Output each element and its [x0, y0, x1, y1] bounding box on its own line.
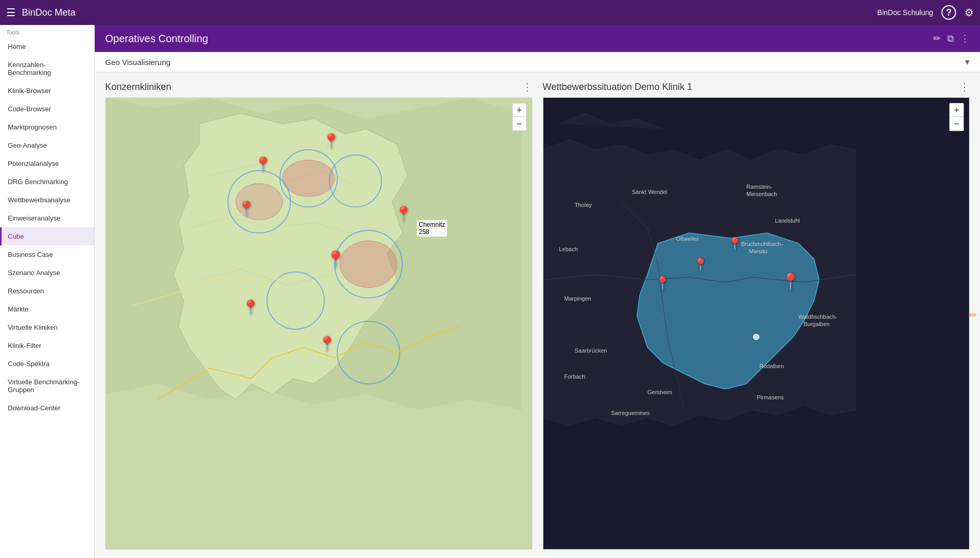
- copy-icon[interactable]: ⧉: [947, 33, 954, 44]
- visualization-dropdown[interactable]: Geo Visualisierung: [105, 58, 965, 67]
- right-dot-blue: [753, 334, 759, 340]
- right-map-title-row: Wettbewerbssituation Demo Klinik 1 ⋮: [543, 81, 970, 93]
- left-map-title: Konzernkliniken: [105, 82, 522, 93]
- pin-7: 📍: [318, 335, 336, 353]
- svg-point-1: [283, 160, 335, 197]
- edit-icon[interactable]: ✏: [933, 33, 941, 44]
- sidebar-item-geo-analyse[interactable]: Geo-Analyse: [0, 136, 94, 154]
- maps-container: Konzernkliniken ⋮: [95, 72, 980, 558]
- sidebar-item-home[interactable]: Home: [0, 37, 94, 56]
- svg-point-3: [340, 241, 397, 288]
- page-title: Operatives Controlling: [105, 33, 933, 45]
- svg-text:Landstuhl: Landstuhl: [775, 217, 800, 224]
- sidebar-item-drg-benchmarking[interactable]: DRG Benchmarking: [0, 173, 94, 191]
- sidebar-item-marktprognosen[interactable]: Marktprognosen: [0, 118, 94, 136]
- right-map-panel: Wettbewerbssituation Demo Klinik 1 ⋮: [543, 81, 970, 550]
- sidebar: Tools HomeKennzahlen-BenchmarkingKlinik-…: [0, 25, 95, 558]
- sidebar-item-ressourcen[interactable]: Ressourcen: [0, 282, 94, 300]
- right-pin-blue-3: 📍: [655, 276, 670, 290]
- sidebar-item-klinik-filter[interactable]: Klinik-Filter: [0, 336, 94, 355]
- sidebar-item-virtuelle-benchmarking-gruppen[interactable]: Virtuelle Benchmarking-Gruppen: [0, 373, 94, 399]
- sidebar-item-einweiseranalyse[interactable]: Einweiseranalyse: [0, 209, 94, 227]
- sidebar-item-code-browser[interactable]: Code-Browser: [0, 100, 94, 118]
- right-pin-blue-2: 📍: [693, 257, 708, 272]
- left-map-svg: [106, 98, 532, 549]
- svg-text:Miesenbach: Miesenbach: [746, 191, 777, 197]
- toolbar: Geo Visualisierung ▾: [95, 52, 980, 72]
- dropdown-arrow-icon: ▾: [965, 56, 970, 68]
- help-icon[interactable]: ?: [941, 5, 956, 20]
- right-map-menu-icon[interactable]: ⋮: [959, 81, 970, 93]
- svg-text:Gersheim: Gersheim: [647, 389, 672, 395]
- svg-text:Rodalben: Rodalben: [759, 363, 784, 369]
- header-actions: ✏ ⧉ ⋮: [933, 33, 970, 44]
- svg-text:Sarreguemines: Sarreguemines: [611, 410, 650, 416]
- sidebar-item-klinik-browser[interactable]: Klinik-Browser: [0, 82, 94, 100]
- sidebar-item-virtuelle-kliniken[interactable]: Virtuelle Kliniken: [0, 318, 94, 336]
- right-float-actions: ✏: [969, 309, 980, 321]
- main-layout: Tools HomeKennzahlen-BenchmarkingKlinik-…: [0, 25, 980, 558]
- sidebar-item-code-spektra[interactable]: Code-Spektra: [0, 355, 94, 373]
- pin-1: 📍: [322, 133, 340, 150]
- svg-text:Burgalben: Burgalben: [804, 321, 830, 327]
- svg-text:Sankt Wendel: Sankt Wendel: [632, 189, 667, 195]
- top-header: ☰ BinDoc Meta BinDoc Schulung ? ⚙: [0, 0, 980, 25]
- svg-text:Marpingen: Marpingen: [564, 295, 591, 302]
- pin-6: 📍: [241, 299, 260, 316]
- svg-text:Saarbrücken: Saarbrücken: [575, 347, 607, 354]
- svg-text:Ramstein-: Ramstein-: [746, 184, 772, 190]
- svg-text:Forbach: Forbach: [564, 373, 585, 380]
- sidebar-item-cube[interactable]: Cube: [0, 227, 94, 245]
- left-map-wrapper[interactable]: 📍 📍 📍 📍: [105, 97, 532, 550]
- svg-text:Miesau: Miesau: [749, 248, 767, 254]
- svg-text:Bruchmühlbach-: Bruchmühlbach-: [741, 241, 783, 247]
- sidebar-item-download-center[interactable]: Download-Center: [0, 399, 94, 417]
- svg-text:Waldfischbach-: Waldfischbach-: [798, 314, 837, 320]
- sidebar-item-wettbewerbsanalyse[interactable]: Wettbewerbsanalyse: [0, 191, 94, 209]
- hamburger-icon[interactable]: ☰: [6, 6, 16, 19]
- pin-4: 📍: [394, 205, 413, 223]
- left-zoom-in-button[interactable]: +: [513, 103, 526, 117]
- page-header: Operatives Controlling ✏ ⧉ ⋮: [95, 25, 980, 52]
- user-name: BinDoc Schulung: [877, 8, 933, 17]
- header-right: BinDoc Schulung ? ⚙: [877, 5, 974, 20]
- right-pin-red: 📍: [781, 272, 800, 290]
- app-title: BinDoc Meta: [22, 7, 877, 18]
- pin-2: 📍: [254, 156, 272, 173]
- right-zoom-in-button[interactable]: +: [950, 103, 963, 117]
- left-zoom-controls: + −: [512, 103, 527, 131]
- content-area: Operatives Controlling ✏ ⧉ ⋮ Geo Visuali…: [95, 25, 980, 558]
- pin-5: 📍: [325, 250, 346, 269]
- more-vert-icon[interactable]: ⋮: [960, 33, 970, 44]
- sidebar-item-szenario-analyse[interactable]: Szenario Analyse: [0, 264, 94, 282]
- pin-3: 📍: [237, 200, 256, 217]
- right-pin-blue-1: 📍: [727, 237, 743, 251]
- right-map-wrapper[interactable]: Tholey Sankt Wendel Ramstein- Miesenbach…: [543, 97, 970, 550]
- settings-icon[interactable]: ⚙: [964, 6, 974, 19]
- left-map-title-row: Konzernkliniken ⋮: [105, 81, 532, 93]
- sidebar-item-kennzahlen-benchmarking[interactable]: Kennzahlen-Benchmarking: [0, 56, 94, 82]
- left-map-panel: Konzernkliniken ⋮: [105, 81, 532, 550]
- sidebar-item-maerkte[interactable]: Märkte: [0, 300, 94, 318]
- svg-text:Lebach: Lebach: [559, 246, 578, 252]
- chemnitz-label: Chemnitz 258: [417, 220, 448, 237]
- float-edit-icon[interactable]: ✏: [969, 309, 977, 321]
- svg-text:Ottweiler: Ottweiler: [676, 236, 699, 242]
- right-zoom-controls: + −: [949, 103, 964, 131]
- left-map-menu-icon[interactable]: ⋮: [522, 81, 532, 93]
- sidebar-item-business-case[interactable]: Business Case: [0, 245, 94, 264]
- svg-text:Pirmasens: Pirmasens: [757, 394, 784, 400]
- left-zoom-out-button[interactable]: −: [513, 117, 526, 131]
- sidebar-item-potenzialanalyse[interactable]: Potenzialanalyse: [0, 154, 94, 173]
- right-map-title: Wettbewerbssituation Demo Klinik 1: [543, 82, 960, 93]
- right-map-svg: Tholey Sankt Wendel Ramstein- Miesenbach…: [543, 98, 970, 549]
- right-zoom-out-button[interactable]: −: [950, 117, 963, 131]
- sidebar-section-label: Tools: [0, 25, 94, 37]
- svg-text:Tholey: Tholey: [575, 202, 592, 208]
